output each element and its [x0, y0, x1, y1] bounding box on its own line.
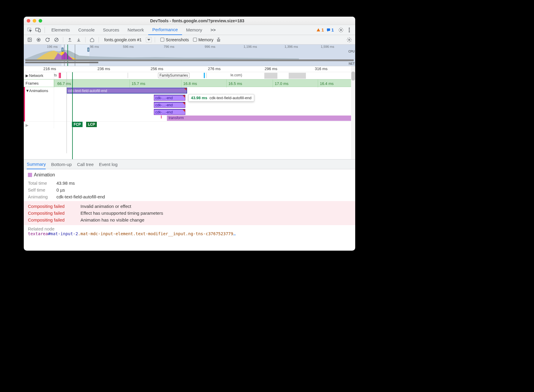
svg-rect-3 — [327, 28, 330, 31]
overview-handle-left[interactable] — [61, 48, 64, 52]
track-left-marker — [24, 87, 25, 121]
close-button[interactable] — [27, 19, 30, 23]
overview-handle-right[interactable] — [87, 48, 89, 52]
upload-icon[interactable] — [66, 36, 73, 43]
lcp-badge[interactable]: LCP — [86, 122, 97, 127]
transform-bar[interactable]: transform — [167, 116, 355, 121]
tab-summary[interactable]: Summary — [27, 159, 46, 169]
reload-record-icon[interactable] — [44, 36, 51, 43]
track-frames[interactable]: Frames 66.7 ms 15.7 ms 16.8 ms 16.5 ms 1… — [24, 79, 355, 87]
selection-start-line — [67, 72, 67, 153]
capture-settings-icon[interactable] — [346, 36, 353, 43]
tab-elements[interactable]: Elements — [47, 25, 74, 35]
compositing-failures: Compositing failedInvalid animation or e… — [24, 201, 355, 225]
track-label-frames: Frames — [26, 81, 39, 86]
fcp-line — [72, 72, 73, 159]
network-block[interactable] — [264, 73, 277, 79]
scrollbar-thumb[interactable] — [351, 72, 355, 80]
main-tabstrip: Elements Console Sources Network Perform… — [24, 25, 355, 35]
tab-sources[interactable]: Sources — [99, 25, 124, 35]
tab-memory[interactable]: Memory — [182, 25, 206, 35]
chevron-down-icon[interactable]: ▼ — [26, 88, 28, 93]
frame-seg[interactable]: 15.7 ms — [129, 80, 181, 87]
chevron-down-icon[interactable] — [146, 37, 152, 42]
svg-rect-13 — [61, 48, 64, 52]
inspect-element-icon[interactable] — [26, 26, 34, 34]
tab-network[interactable]: Network — [124, 25, 148, 35]
device-toolbar-icon[interactable] — [34, 26, 42, 34]
frame-seg[interactable]: 66.7 ms — [54, 80, 129, 87]
animation-bar-selected[interactable]: cdk-text-field-autofill-end — [67, 88, 187, 94]
animation-bar[interactable]: cdk-…-end — [154, 102, 185, 108]
chevron-right-icon[interactable]: ▶ — [26, 123, 28, 127]
tab-overflow[interactable]: >> — [206, 25, 220, 35]
network-bar[interactable] — [59, 73, 60, 78]
overview-net-bar — [25, 59, 354, 61]
zoom-button[interactable] — [39, 19, 42, 23]
perf-toolbar: fonts.google.com #1 Screenshots Memory — [24, 35, 355, 45]
related-node-link[interactable]: textarea#mat-input-2.mat-mdc-input-eleme… — [28, 231, 351, 236]
svg-point-4 — [340, 29, 342, 31]
minimize-button[interactable] — [33, 19, 36, 23]
scrollbar[interactable] — [351, 66, 355, 159]
track-network[interactable]: ▶Network ts FamilySummaries le.com) — [24, 72, 355, 79]
tooltip-time: 43.98 ms — [191, 96, 207, 100]
network-bar[interactable] — [60, 73, 61, 78]
svg-rect-14 — [62, 48, 62, 51]
garbage-collect-icon[interactable] — [215, 36, 222, 43]
related-node-label: Related node — [28, 226, 351, 231]
devtools-window: DevTools - fonts.google.com/?preview.siz… — [24, 17, 355, 251]
overview-net-bar — [25, 62, 98, 63]
tab-console[interactable]: Console — [74, 25, 99, 35]
frame-seg[interactable]: 17.0 ms — [273, 80, 318, 87]
fail-reason: Invalid animation or effect — [80, 204, 131, 209]
ruler-tick: 316 ms — [315, 67, 328, 71]
network-bar[interactable] — [204, 73, 205, 78]
issues-warnings[interactable]: 1 — [316, 27, 324, 32]
home-icon[interactable] — [89, 36, 96, 43]
chevron-right-icon[interactable]: ▶ — [26, 73, 28, 78]
settings-icon[interactable] — [337, 26, 345, 34]
summary-panel: Animation Total time43.98 ms Self time0 … — [24, 169, 355, 239]
track-label-anim: Animations — [29, 88, 48, 93]
tab-call-tree[interactable]: Call tree — [77, 159, 94, 169]
animation-bar[interactable]: cdk-…-end — [154, 109, 185, 115]
track-timings[interactable]: ▶Timings FCP LCP — [24, 122, 355, 128]
screenshots-checkbox[interactable]: Screenshots — [160, 37, 189, 42]
fail-label: Compositing failed — [28, 211, 77, 216]
tab-performance[interactable]: Performance — [148, 25, 182, 35]
toggle-sidebar-icon[interactable] — [26, 36, 33, 43]
memory-checkbox[interactable]: Memory — [193, 37, 214, 42]
frame-seg[interactable]: 16.5 ms — [226, 80, 273, 87]
record-icon[interactable] — [35, 36, 42, 43]
overview-timeline[interactable]: 196 ms 96 ms 596 ms 796 ms 996 ms 1,196 … — [24, 45, 355, 66]
recording-select[interactable]: fonts.google.com #1 — [102, 37, 144, 42]
clear-icon[interactable] — [53, 36, 60, 43]
frame-seg[interactable]: 16.8 ms — [181, 80, 226, 87]
ruler-tick: 276 ms — [208, 67, 221, 71]
warning-triangle-icon — [183, 102, 185, 105]
track-label-network: Network — [29, 73, 43, 78]
tab-event-log[interactable]: Event log — [99, 159, 118, 169]
tab-bottom-up[interactable]: Bottom-up — [51, 159, 72, 169]
ruler-tick: 216 ms — [43, 67, 56, 71]
cpu-label: CPU — [348, 50, 355, 53]
download-icon[interactable] — [75, 36, 82, 43]
issues-info[interactable]: 1 — [326, 27, 334, 32]
overview-dim-right — [89, 45, 355, 66]
network-block[interactable] — [289, 73, 306, 79]
network-frag: le.com) — [230, 73, 242, 77]
tooltip: 43.98 ms cdk-text-field-autofill-end — [188, 94, 254, 102]
network-entry[interactable]: FamilySummaries — [158, 73, 189, 78]
net-label: NET — [349, 62, 355, 65]
animation-bar[interactable]: cdk-…-end — [154, 95, 185, 101]
summary-label: Animating — [28, 194, 53, 199]
summary-value: 43.98 ms — [56, 181, 75, 186]
warning-triangle-icon — [184, 88, 187, 91]
svg-rect-2 — [39, 29, 40, 32]
fcp-badge[interactable]: FCP — [72, 122, 83, 127]
frame-seg[interactable]: 16.4 ms — [318, 80, 355, 87]
flame-chart[interactable]: 216 ms 236 ms 256 ms 276 ms 296 ms 316 m… — [24, 66, 355, 159]
more-icon[interactable] — [345, 26, 353, 34]
track-animations[interactable]: ▼Animations cdk-text-field-autofill-end … — [24, 87, 355, 122]
